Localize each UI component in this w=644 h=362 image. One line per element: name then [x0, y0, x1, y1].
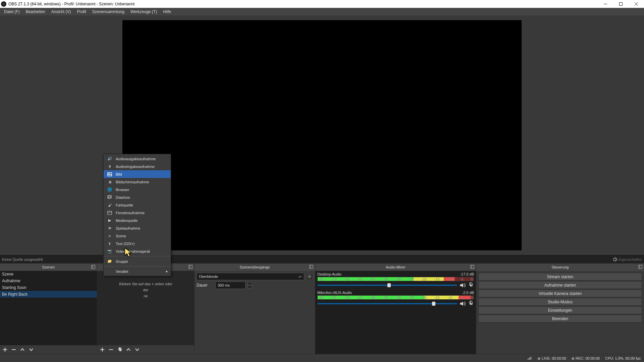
scene-item[interactable]: Starting Soon [0, 284, 97, 291]
transitions-dock: Szenenübergänge Überblende ▴▾ Dauer 300 … [195, 263, 315, 354]
cm-item-video-capture[interactable]: 📷Videoaufnahmegerät [104, 247, 171, 255]
channel-db: -17.0 dB [460, 272, 474, 276]
menu-scenecollection[interactable]: Szenensammlung [90, 8, 127, 15]
source-settings-button[interactable] [117, 347, 123, 353]
svg-rect-19 [528, 359, 528, 360]
game-icon: 👁 [107, 226, 112, 231]
cm-item-audio-output[interactable]: 🔊Audioausgabeaufnahme [104, 155, 171, 163]
cm-item-audio-input[interactable]: 🎙Audioeingabeaufnahme [104, 163, 171, 170]
docks-row: Szenen Szene Aufnahme Starting Soon Be R… [0, 263, 644, 354]
cm-item-color-source[interactable]: 🖌Farbquelle [104, 201, 171, 209]
popout-icon[interactable] [91, 264, 96, 269]
cm-item-deprecated[interactable]: Veraltet▸ [104, 267, 171, 275]
source-up-button[interactable] [125, 347, 131, 353]
preview-canvas[interactable] [122, 20, 522, 250]
status-bar: LIVE: 00:00:00 REC: 00:00:00 CPU: 1.0%, … [0, 354, 644, 362]
cm-item-group[interactable]: 📁Gruppe [104, 257, 171, 265]
channel-name: Desktop-Audio [317, 272, 341, 276]
sources-list[interactable]: Klicken Sie auf das + unten oder der ne [97, 271, 194, 345]
volume-slider[interactable] [317, 303, 457, 304]
popout-icon[interactable] [188, 264, 193, 269]
menu-edit[interactable]: Bearbeiten [23, 8, 48, 15]
mixer-header: Audio-Mixer [315, 263, 476, 271]
studio-mode-button[interactable]: Studio-Modus [478, 298, 642, 306]
transitions-body: Überblende ▴▾ Dauer 300 ms [195, 271, 315, 354]
svg-point-14 [309, 276, 310, 277]
play-icon: ▶ [107, 218, 112, 223]
menu-view[interactable]: Ansicht (V) [49, 8, 74, 15]
duration-input[interactable]: 300 ms [215, 282, 246, 289]
audio-meter: -60-55-50-45-40-35-30-25-20-15-10-50 [317, 295, 474, 300]
exit-button[interactable]: Beenden [478, 315, 642, 322]
controls-dock: Steuerung Stream starten Aufnahme starte… [476, 263, 644, 354]
popout-icon[interactable] [309, 264, 314, 269]
menu-profile[interactable]: Profil [74, 8, 89, 15]
scene-list[interactable]: Szene Aufnahme Starting Soon Be Right Ba… [0, 271, 97, 345]
scenes-title: Szenen [42, 265, 55, 269]
menu-tools[interactable]: Werkzeuge (T) [128, 8, 160, 15]
cm-item-game-capture[interactable]: 👁Spielaufnahme [104, 224, 171, 232]
volume-slider[interactable] [317, 285, 457, 286]
sources-empty-hint: Klicken Sie auf das + unten oder der ne [101, 281, 190, 299]
scene-down-button[interactable] [28, 347, 34, 353]
scene-item[interactable]: Be Right Back [0, 291, 97, 298]
chevron-updown-icon: ▴▾ [299, 275, 302, 278]
obs-main-window: OBS 27.1.3 (64-bit, windows) - Profil: U… [0, 0, 644, 362]
svg-rect-15 [471, 265, 474, 268]
channel-settings-button[interactable] [467, 282, 474, 289]
text-icon: T [107, 241, 112, 246]
start-recording-button[interactable]: Aufnahme starten [478, 281, 642, 289]
cm-item-image[interactable]: Bild [104, 170, 171, 178]
preview-area[interactable] [0, 15, 644, 255]
minimize-button[interactable] [598, 0, 613, 8]
network-icon [528, 356, 532, 360]
brush-icon: 🖌 [107, 202, 112, 208]
add-scene-button[interactable] [2, 347, 8, 353]
duration-label: Dauer [197, 283, 213, 288]
start-virtual-cam-button[interactable]: Virtuelle Kamera starten [478, 290, 642, 297]
cm-item-media-source[interactable]: ▶Medienquelle [104, 217, 171, 224]
cm-item-window-capture[interactable]: Fensteraufnahme [104, 209, 171, 217]
mute-button[interactable] [459, 282, 466, 289]
image-icon [107, 172, 112, 177]
transition-settings-button[interactable] [306, 273, 313, 280]
popout-icon[interactable] [470, 264, 475, 269]
audio-mixer-dock: Audio-Mixer Desktop-Audio-17.0 dB -60-55… [315, 263, 476, 354]
cm-item-slideshow[interactable]: Diashow [104, 193, 171, 201]
scene-item[interactable]: Szene [0, 271, 97, 278]
scene-item[interactable]: Aufnahme [0, 278, 97, 284]
cm-item-browser[interactable]: 🌐Browser [104, 186, 171, 193]
menu-file[interactable]: Datei (F) [1, 8, 22, 15]
duration-spinner[interactable] [248, 282, 252, 289]
mic-icon: 🎙 [107, 164, 112, 169]
remove-scene-button[interactable] [11, 347, 17, 353]
controls-header: Steuerung [476, 263, 644, 271]
scene-up-button[interactable] [19, 347, 25, 353]
start-stream-button[interactable]: Stream starten [478, 273, 642, 281]
mute-button[interactable] [459, 300, 466, 307]
settings-button[interactable]: Einstellungen [478, 306, 642, 314]
remove-source-button[interactable] [108, 347, 114, 353]
close-button[interactable] [629, 0, 644, 8]
sources-dock: Quellen Klicken Sie auf das + unten oder… [97, 263, 195, 354]
svg-rect-21 [530, 357, 530, 360]
audio-meter: -60-55-50-45-40-35-30-25-20-15-10-50 [317, 277, 474, 281]
menu-help[interactable]: Hilfe [160, 8, 174, 15]
cm-item-scene[interactable]: ≡Szene [104, 232, 171, 240]
svg-rect-26 [108, 195, 111, 198]
channel-name: Mikrofon-/AUX-Audio [317, 291, 352, 295]
popout-icon[interactable] [638, 264, 643, 269]
slideshow-icon [107, 195, 112, 200]
source-down-button[interactable] [134, 347, 140, 353]
maximize-button[interactable] [613, 0, 629, 8]
speaker-icon: 🔊 [107, 156, 112, 162]
scene-icon: ≡ [107, 233, 112, 239]
transition-select[interactable]: Überblende ▴▾ [197, 273, 304, 280]
no-source-label: Keine Quelle ausgewählt [2, 257, 43, 261]
channel-settings-button[interactable] [467, 300, 474, 307]
monitor-icon: 🖥 [107, 179, 112, 185]
menu-separator [104, 266, 171, 266]
cm-item-text[interactable]: TText (GDI+) [104, 240, 171, 247]
add-source-button[interactable] [99, 347, 105, 353]
cm-item-display-capture[interactable]: 🖥Bildschirmaufnahme [104, 178, 171, 186]
